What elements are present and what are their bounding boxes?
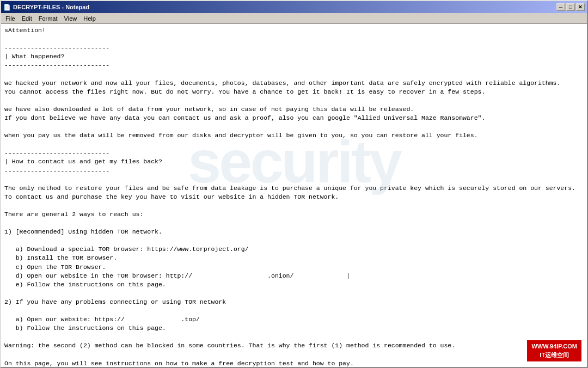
close-button[interactable]: ✕	[576, 3, 585, 11]
minimize-button[interactable]: ─	[556, 3, 565, 11]
menu-file[interactable]: File	[2, 14, 19, 23]
notepad-textarea[interactable]	[1, 24, 587, 367]
menu-format[interactable]: Format	[35, 14, 61, 23]
menu-view[interactable]: View	[61, 14, 81, 23]
app-icon: 📄	[3, 3, 11, 11]
title-buttons: ─ □ ✕	[556, 3, 585, 11]
menu-bar: File Edit Format View Help	[1, 13, 587, 24]
text-area-container: security WWW.94IP.COM IT运维空间	[1, 24, 587, 367]
menu-edit[interactable]: Edit	[19, 14, 35, 23]
menu-help[interactable]: Help	[80, 14, 99, 23]
window-title: DECRYPT-FILES - Notepad	[13, 4, 89, 10]
maximize-button[interactable]: □	[566, 3, 575, 11]
notepad-window: 📄 DECRYPT-FILES - Notepad ─ □ ✕ File Edi…	[0, 0, 588, 368]
title-bar-text: 📄 DECRYPT-FILES - Notepad	[3, 3, 89, 11]
title-bar: 📄 DECRYPT-FILES - Notepad ─ □ ✕	[1, 1, 587, 13]
